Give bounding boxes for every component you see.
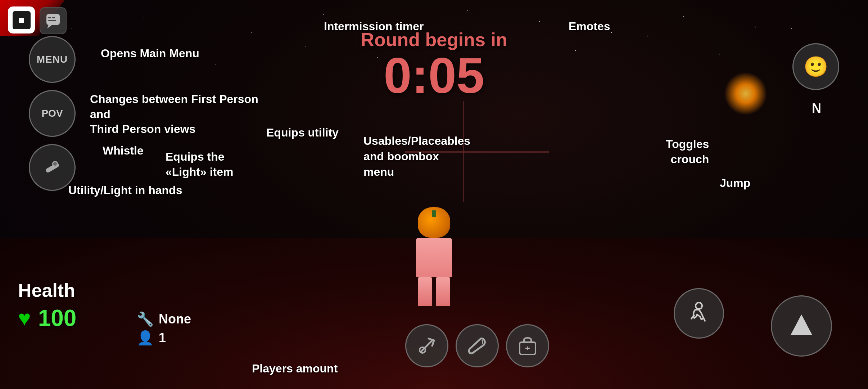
emotes-icon: 🙂: [804, 55, 828, 79]
svg-marker-15: [791, 314, 812, 335]
usables-icon: [517, 335, 538, 357]
svg-rect-3: [52, 17, 55, 18]
svg-rect-0: [46, 14, 60, 25]
emotes-button[interactable]: 🙂: [792, 43, 839, 90]
character-body: [416, 238, 452, 277]
chat-button[interactable]: [40, 7, 67, 34]
pov-button-label: POV: [41, 108, 63, 119]
jump-icon: [787, 312, 816, 340]
roblox-logo-button[interactable]: ■: [8, 6, 37, 35]
bottom-action-buttons: [405, 324, 549, 367]
svg-rect-4: [48, 20, 56, 21]
equip-wrench-icon: [466, 335, 488, 357]
character-legs: [416, 277, 452, 306]
svg-point-12: [696, 303, 702, 309]
pov-button[interactable]: POV: [29, 90, 76, 137]
player-character: [416, 207, 452, 306]
usables-button[interactable]: [506, 324, 549, 367]
crouch-button[interactable]: [674, 288, 724, 339]
firework-effect: [724, 72, 767, 115]
crouch-icon: [686, 301, 711, 326]
menu-button[interactable]: MENU: [29, 36, 76, 83]
jump-button[interactable]: [771, 295, 832, 357]
scaffold-structure: [405, 101, 549, 202]
equip-utility-button[interactable]: [405, 324, 448, 367]
equip-wrench-button[interactable]: [456, 324, 499, 367]
character-leg-right: [436, 277, 450, 306]
chat-icon-svg: [45, 13, 61, 29]
svg-rect-2: [48, 17, 51, 18]
character-leg-left: [418, 277, 432, 306]
svg-marker-1: [47, 25, 52, 28]
whistle-button[interactable]: [29, 144, 76, 191]
character-pumpkin-head: [418, 207, 450, 238]
equip-utility-icon: [416, 335, 438, 357]
roblox-r-icon: ■: [13, 11, 31, 29]
svg-point-7: [53, 162, 57, 166]
svg-line-14: [704, 318, 705, 321]
whistle-icon: [41, 157, 63, 178]
menu-button-label: MENU: [37, 54, 68, 65]
